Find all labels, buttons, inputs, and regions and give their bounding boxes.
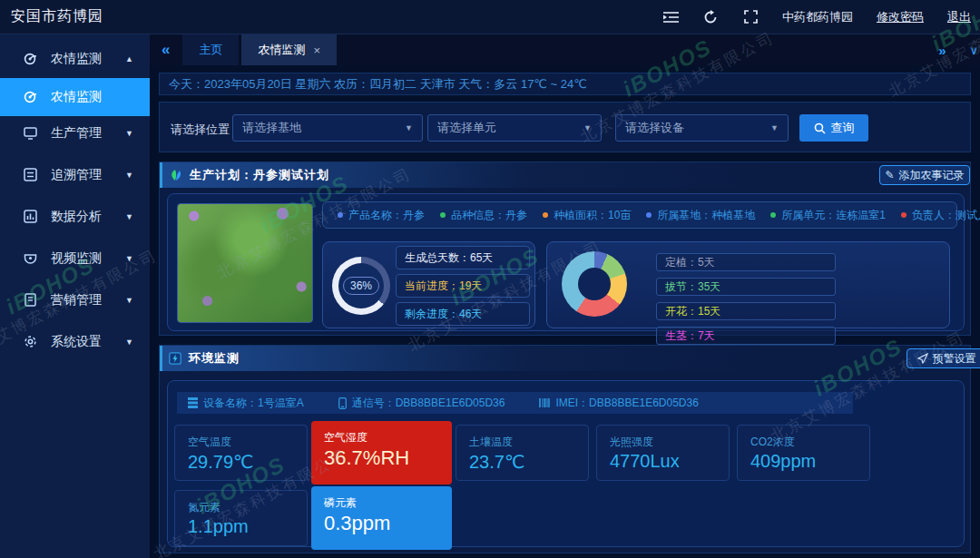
chevron-down-icon: ▼ bbox=[125, 171, 133, 180]
tab-agri-monitor[interactable]: 农情监测 × bbox=[241, 34, 337, 65]
plan-info-item: 所属基地：种植基地 bbox=[646, 208, 755, 223]
dot-icon bbox=[770, 212, 776, 218]
production-body: 产品名称：丹参 品种信息：丹参 种植面积：10亩 所属基地：种植基地 所属单元：… bbox=[167, 193, 965, 331]
alert-settings-button[interactable]: 预警设置 bbox=[906, 348, 980, 368]
agri-monitor-icon bbox=[24, 90, 38, 104]
environment-section-title: 环境监测 bbox=[189, 350, 240, 367]
add-farm-record-button[interactable]: ✎ 添加农事记录 bbox=[879, 165, 970, 185]
chevron-down-icon: ▼ bbox=[125, 296, 133, 305]
legend-item-kaihua: 开花：15天 bbox=[656, 302, 836, 320]
sidebar-item-traceability[interactable]: 追溯管理 ▼ bbox=[0, 156, 150, 194]
chart-icon bbox=[24, 210, 38, 224]
location-filter-label: 请选择位置 bbox=[171, 122, 230, 138]
progress-ring-center: 36% bbox=[338, 263, 384, 308]
legend-item-dingzhi: 定植：5天 bbox=[656, 253, 836, 271]
chevron-down-icon: ▼ bbox=[770, 123, 788, 132]
sidebar-item-label: 系统设置 bbox=[51, 334, 102, 350]
sidebar-item-data-analysis[interactable]: 数据分析 ▼ bbox=[0, 198, 150, 236]
sidebar-item-label: 农情监测 bbox=[51, 51, 102, 67]
dot-icon bbox=[646, 212, 652, 218]
dot-icon bbox=[901, 212, 906, 218]
camera-icon bbox=[24, 251, 38, 266]
production-plan-section: 生产计划：丹参测试计划 ✎ 添加农事记录 产品名称：丹参 品种信息：丹参 种植面… bbox=[159, 162, 971, 336]
sensor-card-soil-temp[interactable]: 土壤温度 23.7℃ bbox=[456, 425, 589, 481]
progress-percent: 36% bbox=[343, 277, 379, 295]
date-weather-bar: 今天：2023年05月20日 星期六 农历：四月初二 天津市 天气：多云 17℃… bbox=[159, 73, 971, 95]
org-link[interactable]: 中药都药博园 bbox=[782, 9, 853, 25]
fullscreen-icon[interactable] bbox=[742, 9, 759, 25]
plan-info-row: 产品名称：丹参 品种信息：丹参 种植面积：10亩 所属基地：种植基地 所属单元：… bbox=[322, 201, 957, 229]
tab-home[interactable]: 主页 bbox=[182, 34, 239, 65]
tab-home-label: 主页 bbox=[199, 42, 222, 58]
crop-photo bbox=[177, 203, 313, 323]
device-imei: IMEI：DBB8BBE1E6D05D36 bbox=[539, 396, 698, 411]
tabs-collapse-icon[interactable]: « bbox=[162, 41, 170, 59]
search-icon bbox=[814, 122, 826, 134]
alert-settings-label: 预警设置 bbox=[933, 351, 976, 367]
stat-current-progress: 当前进度：19天 bbox=[396, 274, 530, 298]
agri-monitor-icon bbox=[24, 52, 38, 66]
plan-info-item: 所属单元：连栋温室1 bbox=[770, 208, 886, 223]
stat-total-days: 生成总天数：65天 bbox=[396, 246, 530, 269]
environment-section-header: 环境监测 预警设置 bbox=[160, 346, 970, 371]
sidebar-item-settings[interactable]: 系统设置 ▼ bbox=[0, 323, 150, 361]
plan-info-item: 产品名称：丹参 bbox=[338, 208, 425, 223]
unit-select[interactable]: 请选择单元 ▼ bbox=[427, 114, 602, 142]
plan-info-item: 种植面积：10亩 bbox=[543, 208, 631, 223]
sidebar-item-label: 数据分析 bbox=[51, 209, 102, 225]
barcode-icon bbox=[539, 397, 550, 408]
sidebar-item-agri-monitor-active[interactable]: 农情监测 bbox=[0, 78, 150, 116]
chevron-down-icon: ▼ bbox=[125, 338, 133, 347]
date-weather-text: 今天：2023年05月20日 星期六 农历：四月初二 天津市 天气：多云 17℃… bbox=[160, 76, 587, 93]
base-select[interactable]: 请选择基地 ▼ bbox=[232, 114, 423, 142]
production-section-header: 生产计划：丹参测试计划 ✎ 添加农事记录 bbox=[160, 162, 970, 188]
sensor-card-nitrogen[interactable]: 氮元素 1.1ppm bbox=[174, 490, 308, 546]
chevron-down-icon: ▼ bbox=[125, 129, 133, 138]
search-button[interactable]: 查询 bbox=[799, 114, 868, 142]
sidebar-item-video-monitor[interactable]: 视频监测 ▼ bbox=[0, 240, 150, 278]
tabs-expand-icon[interactable]: » bbox=[938, 43, 946, 58]
sidebar: 农情监测 ▲ 农情监测 生产管理 ▼ 追溯管理 ▼ 数据分析 ▼ 视频监测 ▼ … bbox=[0, 34, 150, 558]
sensor-card-co2[interactable]: CO2浓度 409ppm bbox=[737, 425, 870, 481]
sidebar-item-label: 营销管理 bbox=[51, 292, 102, 308]
device-info-bar: 设备名称：1号温室A 通信号：DBB8BBE1E6D05D36 IMEI：DBB… bbox=[177, 392, 853, 414]
refresh-icon[interactable] bbox=[702, 9, 719, 25]
sidebar-item-marketing[interactable]: 营销管理 ▼ bbox=[0, 281, 150, 319]
sensor-card-light[interactable]: 光照强度 4770Lux bbox=[596, 425, 730, 481]
list-icon bbox=[24, 168, 38, 182]
tab-bar: « 主页 农情监测 × » ∨ bbox=[150, 34, 980, 65]
change-password-link[interactable]: 修改密码 bbox=[877, 9, 924, 25]
dot-icon bbox=[440, 212, 446, 218]
document-icon bbox=[24, 293, 38, 308]
sensor-card-phosphorus-selected[interactable]: 磷元素 0.3ppm bbox=[311, 486, 452, 550]
progress-card: 36% 生成总天数：65天 当前进度：19天 剩余进度：46天 bbox=[322, 241, 535, 328]
plan-info-item: 负责人：测试人员 bbox=[901, 208, 980, 223]
add-farm-record-label: 添加农事记录 bbox=[899, 168, 965, 183]
chevron-down-icon: ▼ bbox=[583, 123, 601, 132]
search-button-label: 查询 bbox=[831, 120, 855, 136]
legend-item-bajie: 拔节：35天 bbox=[656, 278, 836, 296]
legend-item-shengjing: 生茎：7天 bbox=[656, 327, 836, 345]
device-name: 设备名称：1号温室A bbox=[188, 396, 304, 411]
filter-panel: 请选择位置 请选择基地 ▼ 请选择单元 ▼ 请选择设备 ▼ 查询 bbox=[159, 102, 971, 152]
device-comm-id: 通信号：DBB8BBE1E6D05D36 bbox=[338, 396, 505, 411]
pencil-icon: ✎ bbox=[885, 169, 894, 181]
sensor-card-air-humidity-alarm[interactable]: 空气湿度 36.7%RH bbox=[311, 421, 452, 485]
monitor-icon bbox=[24, 126, 38, 141]
sidebar-item-agri-monitor-parent[interactable]: 农情监测 ▲ bbox=[0, 40, 150, 78]
unit-select-value: 请选择单元 bbox=[428, 120, 496, 136]
sidebar-item-production[interactable]: 生产管理 ▼ bbox=[0, 114, 150, 152]
phone-icon bbox=[338, 397, 347, 409]
leaf-icon bbox=[169, 169, 182, 181]
logout-link[interactable]: 退出 bbox=[947, 9, 971, 25]
tab-close-icon[interactable]: × bbox=[313, 44, 320, 57]
chevron-down-icon: ▼ bbox=[125, 254, 133, 263]
server-icon bbox=[188, 397, 198, 408]
plan-info-item: 品种信息：丹参 bbox=[440, 208, 527, 223]
sensor-card-air-temp[interactable]: 空气温度 29.79℃ bbox=[174, 425, 308, 481]
tabs-dropdown-icon[interactable]: ∨ bbox=[969, 44, 978, 57]
collapse-menu-icon[interactable] bbox=[662, 9, 679, 25]
bolt-icon bbox=[169, 352, 181, 365]
device-select[interactable]: 请选择设备 ▼ bbox=[615, 114, 789, 142]
device-select-value: 请选择设备 bbox=[616, 120, 684, 136]
